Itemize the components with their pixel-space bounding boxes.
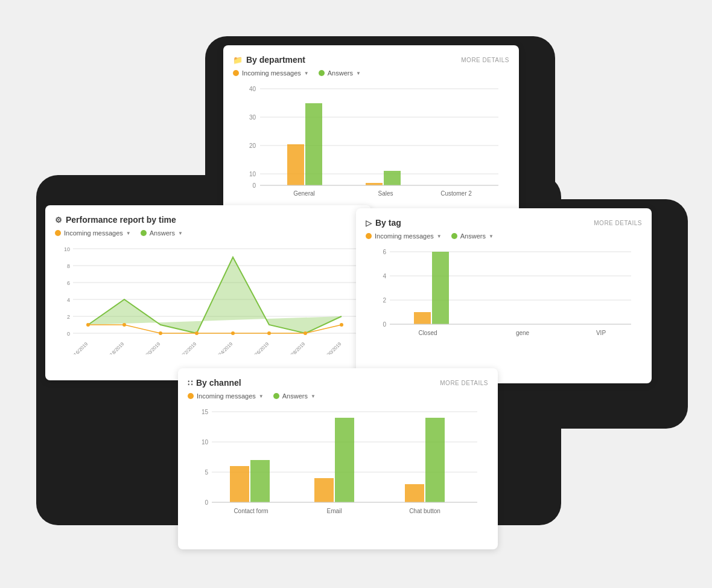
- channel-incoming-label: Incoming messages: [197, 392, 256, 400]
- time-chart: 10 8 6 4 2 0 09/16/2019 09/18/20: [55, 243, 361, 357]
- channel-legend-incoming[interactable]: Incoming messages ▼: [188, 392, 264, 400]
- tag-answers-dropdown[interactable]: ▼: [489, 234, 494, 239]
- department-more-details[interactable]: MORE DETAILS: [461, 57, 509, 63]
- svg-text:2: 2: [383, 297, 386, 304]
- time-svg: 10 8 6 4 2 0 09/16/2019 09/18/20: [55, 243, 363, 354]
- time-answers-label: Answers: [150, 229, 175, 237]
- svg-text:5: 5: [205, 469, 208, 476]
- svg-rect-13: [366, 183, 383, 185]
- svg-text:09/28/2019: 09/28/2019: [285, 341, 307, 354]
- card-time-title: ⚙ Performance report by time: [55, 215, 176, 225]
- svg-rect-11: [305, 103, 322, 185]
- answers-dropdown[interactable]: ▼: [356, 71, 361, 76]
- svg-point-38: [340, 323, 343, 327]
- card-tag: ▷ By tag MORE DETAILS Incoming messages …: [356, 208, 652, 383]
- svg-text:Contact form: Contact form: [234, 508, 268, 514]
- channel-incoming-dropdown[interactable]: ▼: [259, 394, 264, 399]
- svg-text:0: 0: [383, 321, 386, 328]
- time-legend-answers[interactable]: Answers ▼: [141, 229, 183, 237]
- department-title-text: By department: [246, 55, 305, 65]
- department-legend-answers[interactable]: Answers ▼: [319, 69, 361, 77]
- incoming-dot: [233, 70, 239, 76]
- department-answers-label: Answers: [328, 69, 353, 77]
- tag-legend-answers[interactable]: Answers ▼: [451, 232, 494, 240]
- time-legend: Incoming messages ▼ Answers ▼: [55, 229, 361, 237]
- svg-text:Email: Email: [326, 508, 342, 514]
- tag-incoming-dot: [366, 233, 372, 239]
- card-tag-header: ▷ By tag MORE DETAILS: [366, 218, 642, 228]
- time-incoming-label: Incoming messages: [64, 229, 123, 237]
- svg-text:09/26/2019: 09/26/2019: [249, 341, 270, 354]
- card-time: ⚙ Performance report by time Incoming me…: [45, 205, 371, 380]
- tag-incoming-dropdown[interactable]: ▼: [437, 234, 442, 239]
- svg-point-35: [231, 331, 235, 335]
- svg-text:30: 30: [249, 114, 256, 121]
- time-answers-dot: [141, 230, 147, 236]
- svg-text:09/22/2019: 09/22/2019: [177, 341, 198, 354]
- channel-legend: Incoming messages ▼ Answers ▼: [188, 392, 488, 400]
- svg-point-33: [159, 331, 162, 335]
- channel-legend-answers[interactable]: Answers ▼: [273, 392, 316, 400]
- svg-text:20: 20: [249, 142, 256, 149]
- svg-point-31: [86, 323, 90, 327]
- tag-answers-label: Answers: [460, 232, 486, 240]
- channel-chart: 15 10 5 0 Contact form Email Chat button: [188, 406, 488, 529]
- svg-text:0: 0: [205, 499, 208, 506]
- svg-rect-73: [335, 418, 354, 502]
- answers-dot: [319, 70, 325, 76]
- svg-point-32: [122, 323, 126, 327]
- svg-text:2: 2: [67, 314, 70, 320]
- card-channel: ∷ By channel MORE DETAILS Incoming messa…: [178, 368, 498, 549]
- time-incoming-dot: [55, 230, 61, 236]
- svg-text:09/30/2019: 09/30/2019: [322, 341, 343, 354]
- card-tag-title: ▷ By tag: [366, 218, 401, 228]
- department-legend-incoming[interactable]: Incoming messages ▼: [233, 69, 309, 77]
- svg-text:6: 6: [67, 280, 70, 286]
- department-chart: 40 30 20 10 0 General Sales Customer 2: [233, 83, 509, 203]
- channel-answers-dropdown[interactable]: ▼: [311, 394, 316, 399]
- svg-text:10: 10: [64, 246, 70, 252]
- tag-answers-dot: [451, 233, 457, 239]
- time-icon: ⚙: [55, 216, 62, 225]
- svg-rect-55: [414, 312, 431, 324]
- svg-text:09/16/2019: 09/16/2019: [68, 341, 89, 354]
- incoming-dropdown[interactable]: ▼: [304, 71, 309, 76]
- svg-text:09/24/2019: 09/24/2019: [213, 341, 234, 354]
- svg-rect-10: [287, 144, 304, 185]
- svg-rect-75: [405, 484, 424, 502]
- tag-svg: 6 4 2 0 Closed gene VIP: [366, 246, 637, 357]
- department-svg: 40 30 20 10 0 General Sales Customer 2: [233, 83, 504, 200]
- svg-text:Customer 2: Customer 2: [440, 190, 472, 197]
- svg-text:10: 10: [249, 171, 256, 177]
- svg-rect-70: [250, 460, 270, 502]
- svg-rect-69: [230, 466, 249, 502]
- tag-incoming-label: Incoming messages: [375, 232, 434, 240]
- tag-chart: 6 4 2 0 Closed gene VIP: [366, 246, 642, 360]
- svg-point-34: [195, 331, 199, 335]
- card-channel-header: ∷ By channel MORE DETAILS: [188, 378, 488, 388]
- tag-legend-incoming[interactable]: Incoming messages ▼: [366, 232, 442, 240]
- channel-answers-dot: [273, 393, 279, 399]
- time-answers-dropdown[interactable]: ▼: [178, 231, 183, 236]
- svg-text:15: 15: [202, 409, 209, 415]
- department-legend: Incoming messages ▼ Answers ▼: [233, 69, 509, 77]
- svg-text:Sales: Sales: [378, 190, 393, 197]
- svg-text:40: 40: [249, 86, 256, 92]
- svg-text:09/20/2019: 09/20/2019: [141, 341, 162, 354]
- time-incoming-dropdown[interactable]: ▼: [126, 231, 131, 236]
- channel-more-details[interactable]: MORE DETAILS: [440, 380, 488, 386]
- time-legend-incoming[interactable]: Incoming messages ▼: [55, 229, 131, 237]
- time-title-text: Performance report by time: [66, 215, 176, 225]
- svg-text:0: 0: [252, 182, 256, 189]
- svg-text:General: General: [293, 190, 315, 197]
- card-department-title: 📁 By department: [233, 55, 305, 65]
- channel-svg: 15 10 5 0 Contact form Email Chat button: [188, 406, 483, 526]
- svg-text:0: 0: [67, 331, 70, 337]
- card-channel-title: ∷ By channel: [188, 378, 241, 388]
- tag-more-details[interactable]: MORE DETAILS: [594, 220, 642, 226]
- card-time-header: ⚙ Performance report by time: [55, 215, 361, 225]
- svg-text:10: 10: [202, 439, 209, 446]
- tag-title-text: By tag: [375, 218, 401, 228]
- channel-answers-label: Answers: [282, 392, 308, 400]
- channel-icon: ∷: [188, 379, 192, 388]
